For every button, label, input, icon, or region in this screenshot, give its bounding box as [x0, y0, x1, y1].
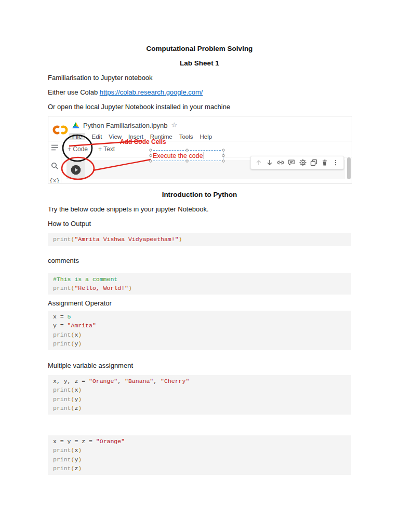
- colab-body: {x} + Code + Text: [48, 141, 352, 183]
- para-try-snippets: Try the below code snippets in your jupy…: [48, 205, 351, 214]
- search-icon: [51, 162, 58, 169]
- label-assignment: Assignment Operator: [48, 299, 351, 308]
- add-text-button: + Text: [98, 145, 115, 153]
- menu-file: File: [69, 133, 85, 140]
- colab-screenshot: Python Familiarisation.ipynb ☆ File Edit…: [48, 116, 352, 183]
- document-page: Computational Problem Solving Lab Sheet …: [0, 0, 399, 532]
- code-block-print: print("Amrita Vishwa Vidyapeetham!"): [48, 233, 351, 246]
- move-up-icon: [255, 159, 262, 166]
- star-icon: ☆: [171, 122, 178, 128]
- delete-icon: [321, 159, 328, 166]
- scrollbar: [347, 157, 351, 179]
- para-colab-prefix: Either use Colab: [48, 88, 100, 96]
- table-of-contents-icon: [51, 144, 59, 151]
- comment-icon: [288, 159, 295, 166]
- para-colab: Either use Colab https://colab.research.…: [48, 88, 351, 97]
- colab-link[interactable]: https://colab.research.google.com/: [100, 88, 203, 96]
- colab-sidebar: {x}: [48, 141, 61, 183]
- doc-subtitle: Lab Sheet 1: [48, 59, 351, 68]
- drive-icon: [72, 122, 79, 128]
- doc-title: Computational Problem Solving: [48, 45, 351, 53]
- colab-main: + Code + Text: [61, 141, 352, 183]
- cell-gutter: [66, 160, 85, 179]
- link-icon: [277, 159, 284, 166]
- code-block-chain-assignment: x = y = z = "Orange"print(x)print(y)prin…: [48, 435, 351, 475]
- label-comments: comments: [48, 257, 351, 265]
- run-cell-button: [71, 165, 81, 175]
- intro-heading: Introduction to Python: [48, 191, 351, 199]
- para-familiarisation: Familiarisation to Jupyter notebook: [48, 74, 351, 82]
- para-local-jupyter: Or open the local Jupyter Notebook insta…: [48, 103, 351, 111]
- variable-inspector-icon: {x}: [49, 178, 60, 183]
- colab-header: Python Familiarisation.ipynb ☆ File Edit…: [48, 116, 352, 141]
- label-multiple-assignment: Multiple variable assignment: [48, 362, 351, 370]
- code-block-comments: #This is a commentprint("Hello, World!"): [48, 273, 351, 295]
- code-block-assignment: x = 5y = "Amrita"print(x)print(y): [48, 311, 351, 350]
- execute-annotation-text: Execute the code: [153, 152, 203, 159]
- menu-tools: Tools: [179, 134, 193, 140]
- add-code-button: + Code: [68, 145, 88, 153]
- settings-icon: [299, 159, 307, 166]
- execute-annotation-box: Execute the code: [151, 150, 223, 161]
- mirror-cell-icon: [310, 159, 317, 166]
- menu-edit: Edit: [92, 134, 102, 140]
- more-options-icon: [332, 159, 339, 166]
- menu-bar: File Edit View Insert Runtime Tools Help: [72, 131, 352, 141]
- code-block-multi-assignment: x, y, z = "Orange", "Banana", "Cherry"pr…: [48, 375, 351, 415]
- cell-toolbar: [250, 156, 344, 169]
- add-code-cells-annotation: Add Code Cells: [120, 139, 166, 145]
- text-cursor: [204, 152, 204, 159]
- label-how-to-output: How to Output: [48, 220, 351, 228]
- menu-help: Help: [200, 134, 212, 140]
- notebook-filename: Python Familiarisation.ipynb: [83, 122, 168, 129]
- move-down-icon: [266, 159, 273, 166]
